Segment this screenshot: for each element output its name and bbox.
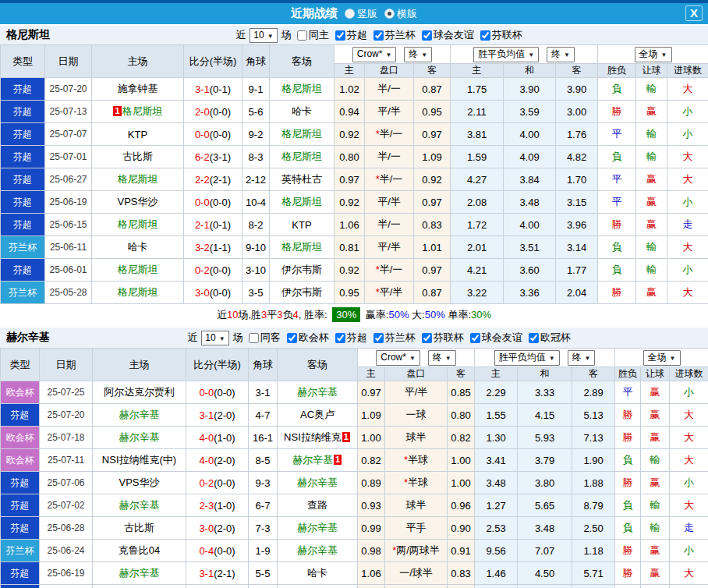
horizontal-layout-radio[interactable] bbox=[384, 9, 395, 19]
away-team: 赫尔辛基 bbox=[278, 381, 358, 404]
full-time-score: 2-2 bbox=[195, 174, 210, 186]
table-row: 芬超25-06-01格尼斯坦0-2(0-0)3-10伊尔韦斯0.92*半/一0.… bbox=[1, 259, 708, 282]
table-row: 芬超25-06-19VPS华沙0-0(0-0)10-4格尼斯坦0.92平/半0.… bbox=[1, 191, 708, 214]
summary-part: 平 bbox=[267, 309, 277, 321]
match-date: 25-06-24 bbox=[40, 540, 93, 562]
section-header: 赫尔辛基近10▼场同客欧会杯芬超芬兰杯芬联杯球会友谊欧冠杯 bbox=[0, 326, 708, 348]
away-team: 格尼斯坦 bbox=[270, 78, 335, 101]
full-time-score: 2-1 bbox=[195, 219, 210, 231]
result-wdl: 勝 bbox=[615, 472, 641, 494]
league-filter-1-checkbox[interactable] bbox=[373, 30, 384, 41]
odds-away: 0.96 bbox=[448, 494, 475, 517]
match-score: 0-2(0-0) bbox=[184, 259, 242, 282]
result-goals: 大 bbox=[670, 427, 708, 449]
euro-draw: 3.59 bbox=[504, 101, 556, 123]
odds-home: 0.90 bbox=[358, 585, 385, 588]
same-venue-checkbox[interactable] bbox=[249, 333, 259, 343]
league-filter-5-checkbox[interactable] bbox=[529, 333, 539, 343]
league-filter-0-label: 芬超 bbox=[347, 28, 367, 42]
odds-away: 0.90 bbox=[448, 517, 475, 540]
half-time-score: (2-0) bbox=[214, 455, 235, 466]
company-select[interactable]: Crow*▼ bbox=[376, 350, 420, 366]
away-team: 英特杜古 bbox=[270, 168, 335, 191]
summary-part: 3 bbox=[277, 309, 282, 321]
result-goals: 小 bbox=[670, 381, 708, 404]
dropdown-group: 胜平负均值▼终▼ bbox=[475, 349, 615, 367]
result-goals: 小 bbox=[667, 191, 708, 214]
title-bar: 近期战绩 竖版 横版 X bbox=[0, 3, 708, 24]
result-wdl: 平 bbox=[598, 168, 636, 191]
euro-draw: 4.15 bbox=[518, 404, 572, 427]
handicap-text: 半/一 bbox=[377, 151, 401, 162]
league-filter-3-option: 芬联杯 bbox=[416, 331, 464, 345]
league-filter-3-checkbox[interactable] bbox=[480, 30, 490, 41]
away-team-name: 查路 bbox=[307, 499, 327, 511]
same-venue-label: 同客 bbox=[260, 331, 281, 345]
home-team-name: 阿尔达克尔贾利 bbox=[104, 386, 175, 398]
sub-column-header: 主 bbox=[475, 367, 518, 381]
full-time-score: 0-2 bbox=[195, 264, 210, 276]
same-venue-checkbox[interactable] bbox=[297, 30, 307, 41]
chevron-down-icon: ▼ bbox=[670, 355, 676, 362]
table-row: 芬超25-07-20赫尔辛基3-1(2-0)4-7AC奥卢1.09一球0.801… bbox=[1, 404, 708, 427]
league-filter-0-checkbox[interactable] bbox=[287, 333, 297, 343]
final-odds-select-2[interactable]: 终▼ bbox=[547, 47, 575, 62]
home-team: 格尼斯坦 bbox=[92, 282, 184, 304]
handicap-line: *两/两球半 bbox=[385, 540, 448, 562]
euro-draw: 5.93 bbox=[518, 427, 572, 449]
europe-avg-select[interactable]: 胜平负均值▼ bbox=[494, 350, 560, 366]
sub-column-header: 客 bbox=[572, 367, 615, 381]
table-row: 芬超25-06-19赫尔辛基3-1(2-1)5-5哈卡1.06一/球半0.831… bbox=[1, 562, 708, 585]
full-time-score: 3-1 bbox=[195, 83, 210, 95]
half-time-score: (0-1) bbox=[210, 219, 231, 231]
away-team-name: KTP bbox=[292, 219, 311, 231]
full-match-select[interactable]: 全场▼ bbox=[635, 47, 672, 62]
league-filter-0-checkbox[interactable] bbox=[335, 30, 345, 41]
league-type-badge: 芬超 bbox=[1, 472, 40, 494]
handicap-line: 球半 bbox=[385, 427, 448, 449]
league-filter-1-checkbox[interactable] bbox=[335, 333, 345, 343]
sub-column-header: 盘口 bbox=[365, 64, 414, 78]
match-score: 2-0(0-0) bbox=[184, 101, 242, 123]
final-odds-select[interactable]: 终▼ bbox=[404, 47, 432, 62]
match-score: 3-1(0-1) bbox=[184, 78, 242, 101]
result-handicap: 輸 bbox=[636, 259, 667, 282]
result-handicap: 輸 bbox=[636, 236, 667, 259]
filter-bar: 近10▼场同客欧会杯芬超芬兰杯芬联杯球会友谊欧冠杯 bbox=[50, 331, 708, 345]
league-filter-2-checkbox[interactable] bbox=[422, 30, 432, 41]
result-wdl: 勝 bbox=[615, 427, 641, 449]
league-filter-2-checkbox[interactable] bbox=[373, 333, 384, 343]
odds-home: 1.09 bbox=[358, 404, 385, 427]
corner-score: 4-7 bbox=[249, 404, 278, 427]
league-filter-3-checkbox[interactable] bbox=[422, 333, 432, 343]
europe-avg-select[interactable]: 胜平负均值▼ bbox=[473, 47, 539, 62]
odds-away: 0.82 bbox=[448, 427, 475, 449]
corner-score: 2-13 bbox=[249, 585, 278, 588]
column-header: 日期 bbox=[40, 349, 93, 381]
league-filter-4-checkbox[interactable] bbox=[470, 333, 480, 343]
table-row: 芬超25-06-14AC奥卢0-4(0-1)2-13赫尔辛基0.90*半/一0.… bbox=[1, 585, 708, 588]
odds-away: 0.80 bbox=[448, 404, 475, 427]
result-goals: 小 bbox=[670, 472, 708, 494]
full-match-select[interactable]: 全场▼ bbox=[643, 350, 681, 366]
result-wdl: 負 bbox=[598, 78, 636, 101]
odds-home: 0.81 bbox=[335, 236, 365, 259]
euro-away: 1.77 bbox=[556, 259, 598, 282]
match-date: 25-06-19 bbox=[45, 191, 92, 214]
league-type-badge: 欧会杯 bbox=[1, 381, 40, 404]
results-table: 类型日期主场比分(半场)角球客场Crow*▼终▼胜平负均值▼终▼全场▼主盘口客主… bbox=[0, 44, 708, 304]
odds-home: 0.80 bbox=[335, 146, 365, 168]
match-count-select[interactable]: 10▼ bbox=[250, 28, 277, 43]
handicap-text: 球半 bbox=[406, 499, 427, 511]
close-icon[interactable]: X bbox=[685, 5, 703, 21]
match-date: 25-06-14 bbox=[40, 585, 93, 588]
final-odds-select[interactable]: 终▼ bbox=[428, 350, 456, 366]
vertical-layout-radio[interactable] bbox=[345, 9, 355, 19]
match-count-select[interactable]: 10▼ bbox=[201, 331, 228, 345]
dropdown-value: 终 bbox=[572, 352, 582, 363]
final-odds-select-2[interactable]: 终▼ bbox=[568, 350, 596, 366]
handicap-text: 一球 bbox=[406, 409, 427, 420]
away-team: AC奥卢 bbox=[278, 404, 358, 427]
euro-draw: 3.79 bbox=[518, 449, 572, 472]
company-select[interactable]: Crow*▼ bbox=[352, 47, 397, 62]
